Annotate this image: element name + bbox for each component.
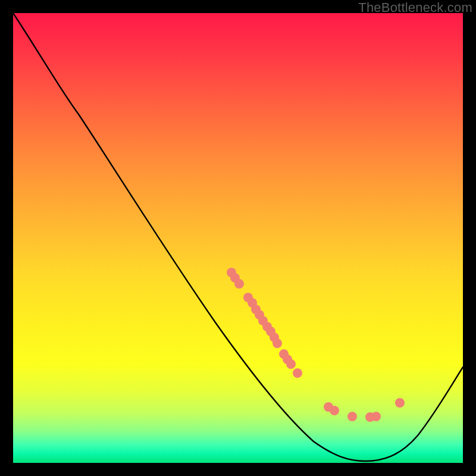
data-point [293,368,302,378]
data-point [273,339,282,348]
data-point [330,406,339,415]
data-point [347,412,357,421]
data-point [286,359,296,369]
chart-container: { "watermark": "TheBottleneck.com", "cha… [0,0,476,476]
data-point [395,398,405,408]
data-point [234,279,244,289]
bottleneck-curve [13,13,463,461]
plot-area [13,13,463,463]
curve-layer [13,13,463,463]
data-point [371,412,381,421]
